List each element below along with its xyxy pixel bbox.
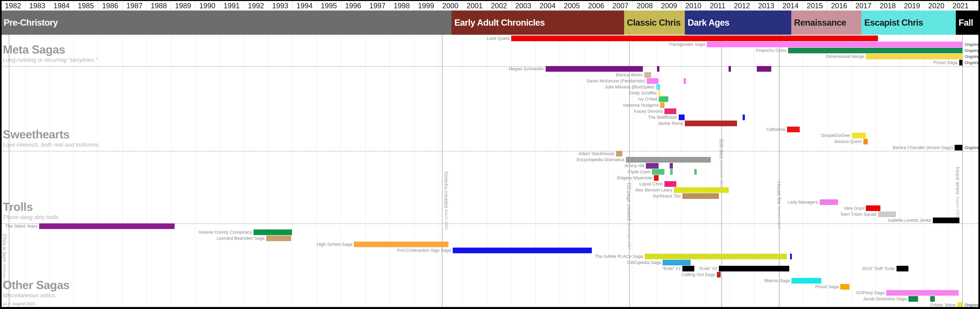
timeline-bar	[866, 54, 963, 59]
timeline-bar	[511, 35, 878, 41]
year-label-2021: 2021	[948, 1, 973, 11]
gridline	[341, 11, 341, 307]
year-label-1984: 1984	[49, 1, 74, 11]
year-label-2007: 2007	[608, 1, 633, 11]
row-label: Financhu Crisis	[756, 48, 787, 53]
ongoing-label: Ongoing	[964, 60, 980, 65]
timeline-bar	[717, 272, 721, 277]
event-line-sonichu-created	[442, 35, 442, 307]
row-label: Megan Schroeder	[509, 66, 544, 72]
christory-timeline-chart: 1982198319841985198619871988198919901991…	[0, 0, 980, 309]
row-label: PVCC/Attraction Sign Saga	[397, 248, 451, 253]
row-label: Jessica Quinn	[834, 139, 862, 144]
timeline-bar	[657, 66, 659, 72]
event-line-chris-is-born	[9, 35, 9, 307]
event-date: August 2021	[956, 196, 960, 218]
event-label: House fire January 2014	[776, 181, 782, 229]
year-label-1988: 1988	[146, 1, 171, 11]
timeline-bar	[626, 157, 711, 163]
row-label: Jacob Sockness Saga	[863, 296, 907, 301]
year-label-2020: 2020	[924, 1, 949, 11]
era-label: Classic Chris	[624, 18, 681, 28]
gridline	[730, 11, 730, 307]
gridline	[560, 11, 560, 307]
timeline-bar	[685, 120, 737, 126]
year-label-2005: 2005	[560, 1, 584, 11]
timeline-bar	[719, 266, 789, 271]
year-label-1996: 1996	[341, 1, 366, 11]
row-label: Clyde Cash	[627, 169, 651, 175]
row-label: The Wallflower	[648, 115, 677, 120]
row-label: Vanessa Hudgens	[623, 102, 659, 108]
row-label: Barbra Chandler (Incest Saga)	[892, 145, 953, 150]
row-label: Pmurt Saga	[815, 284, 838, 290]
timeline-bar	[616, 151, 622, 157]
year-label-1997: 1997	[365, 1, 390, 11]
gridline	[146, 11, 147, 307]
row-label: Blarms Saga	[764, 278, 790, 283]
row-label: The GAMe PLACe Saga	[595, 254, 643, 259]
row-label: The Silent Years	[5, 224, 38, 229]
row-label: Adam Stackhouse	[579, 151, 615, 156]
section-title: Trolls	[3, 201, 60, 213]
era-band-fall: Fall	[956, 11, 979, 35]
gridline	[365, 11, 366, 307]
timeline-bar	[878, 211, 896, 217]
year-label-2019: 2019	[900, 1, 924, 11]
year-label-1993: 1993	[268, 1, 293, 11]
event-name: ED page created	[626, 183, 632, 222]
row-label: Surfshack Tito	[653, 194, 681, 199]
year-label-1986: 1986	[98, 1, 123, 11]
timeline-bar	[840, 284, 850, 290]
year-label-1998: 1998	[390, 1, 414, 11]
timeline-bar	[253, 229, 292, 235]
timeline-bar	[644, 72, 651, 78]
timeline-bar	[694, 169, 697, 175]
row-label: Shigeru Miyamoto	[617, 175, 652, 181]
timeline-bar	[663, 260, 690, 266]
timeline-bar	[646, 163, 659, 169]
ongoing-label: Ongoing	[964, 48, 980, 53]
row-label: Ivy O’Neil	[638, 96, 657, 102]
timeline-bar	[674, 187, 729, 193]
row-label: Calling Out Saga	[682, 272, 715, 277]
year-label-1990: 1990	[195, 1, 220, 11]
era-label: Renaissance	[791, 18, 846, 28]
row-label: GOPony Saga	[856, 290, 885, 295]
row-label: Catharine	[766, 127, 786, 132]
year-label-1987: 1987	[123, 1, 147, 11]
era-band-pre-christory: Pre-Christory	[1, 11, 452, 35]
year-label-2004: 2004	[535, 1, 560, 11]
timeline-bar	[39, 223, 174, 229]
timeline-bar	[266, 235, 291, 241]
frame-border-bottom	[0, 307, 980, 309]
era-band-early-adult-chronicles: Early Adult Chronicles	[452, 11, 624, 35]
gridline	[195, 11, 196, 307]
row-label: Teen Troon Squad	[840, 212, 877, 217]
era-band-classic-chris: Classic Chris	[624, 11, 685, 35]
year-label-2013: 2013	[754, 1, 779, 11]
year-label-1991: 1991	[220, 1, 244, 11]
ongoing-label: Ongoing	[964, 42, 980, 47]
timeline-bar	[660, 102, 664, 108]
event-date: November 2007	[627, 222, 632, 250]
row-label: Blanca Weiss	[616, 72, 643, 78]
year-label-2006: 2006	[584, 1, 609, 11]
event-label: Incest arrest August 2021	[955, 167, 961, 218]
ongoing-label: Ongoing	[964, 303, 980, 307]
row-label: Sarah McKenzie (PandaHalo)	[586, 78, 645, 83]
timeline-bar	[645, 254, 787, 259]
timeline-bar	[652, 169, 664, 175]
timeline-bar	[647, 78, 659, 84]
timeline-bar	[743, 115, 745, 120]
timeline-bar	[707, 42, 963, 47]
era-label: Dark Ages	[685, 18, 729, 28]
year-label-1983: 1983	[25, 1, 50, 11]
row-label: Isabella Loretta Jenke	[888, 218, 931, 223]
section-title: Other Sagas	[3, 279, 70, 291]
year-label-2016: 2016	[827, 1, 851, 11]
timeline-bar	[757, 66, 771, 72]
row-label: Love Quest	[487, 36, 509, 41]
row-label: Julie Milvana (BlueSpike)	[605, 85, 655, 90]
era-band-renaissance: Renaissance	[791, 11, 861, 35]
